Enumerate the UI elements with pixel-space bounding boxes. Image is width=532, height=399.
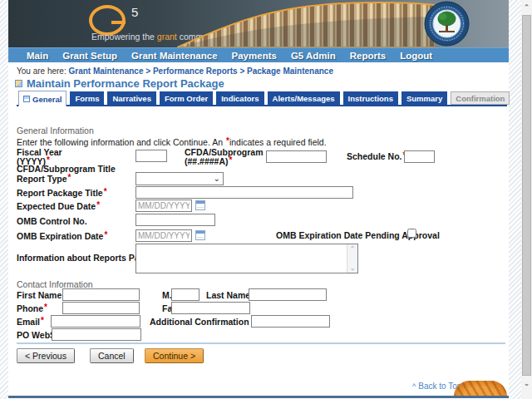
required-asterisk: * [229,155,233,165]
nav-main[interactable]: Main [27,51,48,61]
nav-logout[interactable]: Logout [400,51,432,61]
tab-label: General [32,95,62,104]
tab-general[interactable]: General [18,91,66,106]
tab-bar: General Forms Narratives Form Order Indi… [18,91,510,105]
g5-logo-5: 5 [131,5,138,19]
phone-label: Phone* [17,304,47,314]
dept-of-education-seal-icon [424,1,470,47]
page-title: Maintain Performance Report Package [27,77,224,90]
tab-underline [17,105,507,106]
continue-button[interactable]: Continue > [145,348,204,363]
instructions-text: Enter the following information and clic… [17,137,327,147]
page-icon [15,80,22,87]
breadcrumb-separator: > [239,66,244,76]
main-nav-bar: Main Grant Setup Grant Maintenance Payme… [8,47,509,62]
tab-forms[interactable]: Forms [70,91,104,105]
fax-input[interactable] [171,302,250,314]
scroll-up-icon: ⌃ [524,3,530,12]
scrollbar-up-button[interactable]: ⌃ [521,2,532,13]
breadcrumb-performance-reports[interactable]: Performance Reports [153,66,238,76]
tab-instructions[interactable]: Instructions [343,91,398,105]
nav-payments[interactable]: Payments [232,51,277,61]
calendar-icon[interactable] [195,230,205,240]
cfda-title-label: CFDA/Subprogram Title [17,165,116,174]
expected-due-date-input[interactable] [135,200,192,212]
header-banner: 5 Empowering the grant community. [8,0,509,47]
omb-pending-approval-checkbox[interactable] [407,229,416,238]
section-divider [17,342,505,344]
right-margin-pattern [509,0,521,399]
breadcrumb-grant-maintenance[interactable]: Grant Maintenance [68,66,143,76]
nav-grant-setup[interactable]: Grant Setup [62,51,117,61]
scrollbar-down-button[interactable]: ⌄ [521,377,532,389]
tagline-accent: grant [157,32,177,42]
last-name-label: Last Name* [206,291,254,301]
nav-g5-admin[interactable]: G5 Admin [291,51,336,61]
required-asterisk: * [67,173,71,182]
page-bottom-edge [8,396,509,398]
required-asterisk: * [226,136,229,145]
first-name-input[interactable] [62,288,140,301]
tab-alerts-messages[interactable]: Alerts/Messages [268,91,340,105]
report-type-select[interactable]: ⌄ [135,172,224,185]
cancel-button[interactable]: Cancel [90,348,134,363]
tab-label: Form Order [165,94,208,103]
vertical-scrollbar[interactable]: ⌃ ⌄ [521,0,532,399]
schedule-no-label: Schedule No.* [347,152,406,162]
required-asterisk: * [104,187,107,196]
breadcrumb: You are here: Grant Maintenance > Perfor… [17,66,333,76]
scroll-up-icon[interactable]: ⌃ [350,245,356,253]
scrollbar-thumb[interactable] [522,15,531,376]
textarea-scrollbar[interactable]: ⌃ ⌄ [347,244,357,273]
report-package-title-label: Report Package Title* [17,189,107,199]
tab-label: Summary [406,94,442,103]
left-margin-pattern [0,0,8,399]
info-about-reports-package-textarea[interactable]: ⌃ ⌄ [135,244,358,273]
addl-confirmation-email-input[interactable] [251,315,330,328]
email-label: Email* [17,318,44,328]
fiscal-year-input[interactable] [135,150,167,162]
caret-up-icon: ^ [412,382,416,391]
email-input[interactable] [51,315,140,328]
required-asterisk: * [41,316,44,325]
g5-application-window: 5 Empowering the grant community. [0,0,532,399]
page-title-row: Maintain Performance Report Package [15,77,224,90]
first-name-label: First Name* [17,291,66,301]
nav-grant-maintenance[interactable]: Grant Maintenance [131,51,218,61]
nav-reports[interactable]: Reports [350,51,386,61]
tab-confirmation: Confirmation [451,91,510,105]
scroll-down-icon: ⌄ [524,379,530,387]
chevron-down-icon: ⌄ [214,175,220,183]
scroll-down-icon[interactable]: ⌄ [350,264,356,272]
omb-expiration-date-input[interactable] [135,229,192,242]
last-name-input[interactable] [249,288,327,301]
tab-indicators[interactable]: Indicators [216,91,264,105]
mi-input[interactable] [171,288,200,301]
expected-due-date-label: Expected Due Date* [17,202,100,212]
breadcrumb-package-maintenance[interactable]: Package Maintenance [247,66,333,76]
schedule-no-input[interactable] [404,150,435,163]
form-page-icon [23,96,30,102]
tab-label: Instructions [348,94,393,103]
back-to-top-link[interactable]: ^ Back to Top [412,382,461,391]
breadcrumb-separator: > [145,66,150,76]
tab-label: Confirmation [456,94,505,103]
tab-label: Indicators [221,94,259,103]
calendar-icon[interactable] [195,200,205,210]
tab-summary[interactable]: Summary [401,91,447,105]
tab-label: Narratives [112,94,150,103]
tagline-pre: Empowering the [91,32,157,42]
po-website-input[interactable] [52,328,141,341]
breadcrumb-prefix: You are here: [17,66,66,76]
tab-form-order[interactable]: Form Order [160,91,213,105]
library-bookshelf-photo [177,0,435,47]
phone-input[interactable] [62,302,140,314]
report-package-title-input[interactable] [135,186,353,199]
required-asterisk: * [96,200,100,209]
omb-control-no-input[interactable] [135,214,215,226]
general-info-heading: General Information [17,126,94,135]
tab-narratives[interactable]: Narratives [107,91,155,105]
cfda-subprogram-input[interactable] [266,150,327,163]
previous-button[interactable]: < Previous [17,348,75,363]
omb-control-no-label: OMB Control No. [17,217,87,226]
